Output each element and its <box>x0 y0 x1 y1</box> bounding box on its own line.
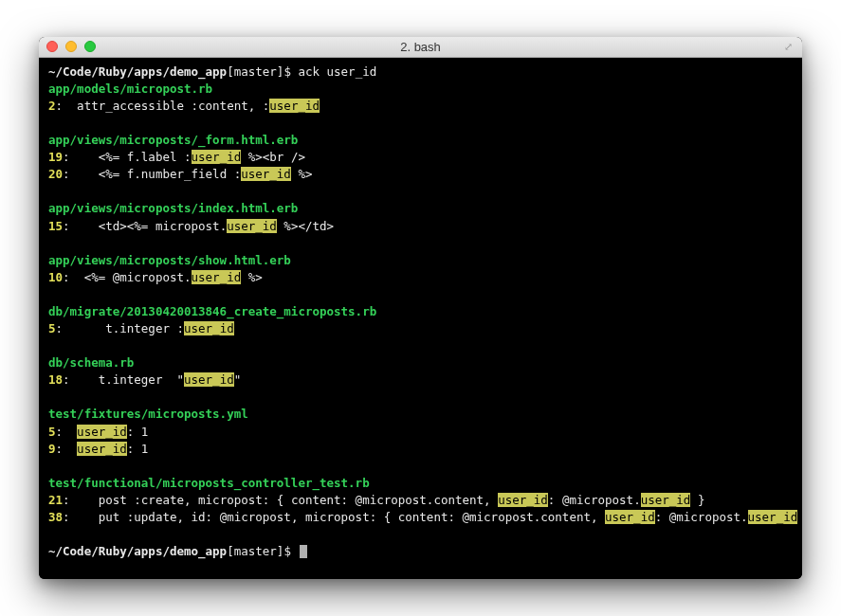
code-text: %> <box>291 167 313 181</box>
result-filepath: test/functional/microposts_controller_te… <box>48 475 793 492</box>
line-number: 18 <box>48 372 63 387</box>
code-text: : <%= @micropost. <box>63 270 191 284</box>
blank-line <box>48 458 793 475</box>
code-text: : 1 <box>127 425 149 439</box>
prompt-symbol: $ <box>283 64 298 79</box>
fullscreen-icon[interactable]: ⤢ <box>781 40 795 53</box>
code-text: : post :create, micropost: { content: @m… <box>63 493 498 507</box>
prompt-line: ~/Code/Ruby/apps/demo_app[master]$ <box>48 543 793 560</box>
result-line: 5: t.integer :user_id <box>48 320 793 337</box>
search-match: user_id <box>641 493 691 507</box>
search-match: user_id <box>227 219 277 233</box>
result-filepath: db/migrate/20130420013846_create_micropo… <box>48 303 793 320</box>
blank-line <box>48 389 793 406</box>
code-text: : t.integer : <box>56 321 184 335</box>
terminal-window: 2. bash ⤢ ~/Code/Ruby/apps/demo_app[mast… <box>39 37 802 580</box>
prompt-path: ~/Code/Ruby/apps/demo_app <box>48 544 227 558</box>
line-number: 19 <box>48 150 63 164</box>
code-text: } <box>690 493 704 507</box>
code-text: : <box>56 425 78 439</box>
code-text: %></td> <box>277 219 334 233</box>
titlebar[interactable]: 2. bash ⤢ <box>39 37 802 58</box>
blank-line <box>48 183 793 200</box>
result-line: 21: post :create, micropost: { content: … <box>48 492 793 509</box>
prompt-symbol: $ <box>283 544 298 558</box>
line-number: 10 <box>48 270 63 284</box>
window-title: 2. bash <box>39 40 802 54</box>
line-number: 5 <box>48 425 56 439</box>
search-match: user_id <box>748 510 798 524</box>
result-filepath: app/views/microposts/index.html.erb <box>48 200 793 217</box>
result-line: 15: <td><%= micropost.user_id %></td> <box>48 218 793 235</box>
code-text: %><br /> <box>241 150 305 164</box>
code-text: } <box>797 510 802 524</box>
code-text: : 1 <box>127 442 149 456</box>
line-number: 20 <box>48 167 63 181</box>
close-icon[interactable] <box>46 41 58 52</box>
command-text: ack user_id <box>298 64 376 79</box>
code-text: : attr_accessible :content, : <box>56 99 270 113</box>
search-match: user_id <box>192 270 242 284</box>
blank-line <box>48 235 793 252</box>
search-match: user_id <box>269 99 320 113</box>
blank-line <box>48 526 793 543</box>
code-text: : put :update, id: @micropost, micropost… <box>63 510 605 524</box>
code-text: : <%= f.label : <box>63 150 191 164</box>
code-text: : t.integer " <box>63 372 184 387</box>
zoom-icon[interactable] <box>84 41 96 52</box>
line-number: 21 <box>48 493 63 507</box>
blank-line <box>48 337 793 354</box>
search-match: user_id <box>184 372 234 387</box>
code-text: : @micropost. <box>548 493 641 507</box>
result-line: 5: user_id: 1 <box>48 424 793 441</box>
blank-line <box>48 286 793 303</box>
line-number: 15 <box>48 219 63 233</box>
code-text: : @micropost. <box>655 510 748 524</box>
code-text: : <box>56 442 78 456</box>
line-number: 2 <box>48 99 56 113</box>
blank-line <box>48 115 793 132</box>
prompt-line: ~/Code/Ruby/apps/demo_app[master]$ ack u… <box>48 63 793 81</box>
cursor-icon <box>300 545 307 558</box>
result-filepath: db/schema.rb <box>48 354 793 371</box>
result-line: 10: <%= @micropost.user_id %> <box>48 269 793 286</box>
result-line: 9: user_id: 1 <box>48 441 793 458</box>
git-branch: [master] <box>227 64 283 79</box>
code-text: : <%= f.number_field : <box>63 167 241 181</box>
result-line: 38: put :update, id: @micropost, micropo… <box>48 509 793 526</box>
result-filepath: test/fixtures/microposts.yml <box>48 406 793 423</box>
traffic-lights <box>46 41 96 52</box>
result-line: 18: t.integer "user_id" <box>48 371 793 389</box>
search-match: user_id <box>77 442 127 456</box>
result-filepath: app/views/microposts/show.html.erb <box>48 252 793 269</box>
line-number: 9 <box>48 442 56 456</box>
result-line: 19: <%= f.label :user_id %><br /> <box>48 149 793 166</box>
result-line: 20: <%= f.number_field :user_id %> <box>48 166 793 183</box>
search-match: user_id <box>498 493 548 507</box>
search-match: user_id <box>192 150 242 164</box>
git-branch: [master] <box>227 544 283 558</box>
code-text: : <td><%= micropost. <box>63 219 227 233</box>
code-text: " <box>234 372 242 387</box>
search-match: user_id <box>77 425 127 439</box>
search-match: user_id <box>184 321 234 335</box>
search-match: user_id <box>605 510 655 524</box>
minimize-icon[interactable] <box>65 41 77 52</box>
terminal-body[interactable]: ~/Code/Ruby/apps/demo_app[master]$ ack u… <box>39 58 802 580</box>
search-match: user_id <box>241 167 291 181</box>
result-filepath: app/models/micropost.rb <box>48 81 793 98</box>
line-number: 5 <box>48 321 56 335</box>
code-text: %> <box>241 270 263 284</box>
result-filepath: app/views/microposts/_form.html.erb <box>48 132 793 149</box>
result-line: 2: attr_accessible :content, :user_id <box>48 98 793 115</box>
prompt-path: ~/Code/Ruby/apps/demo_app <box>48 64 227 79</box>
line-number: 38 <box>48 510 63 524</box>
